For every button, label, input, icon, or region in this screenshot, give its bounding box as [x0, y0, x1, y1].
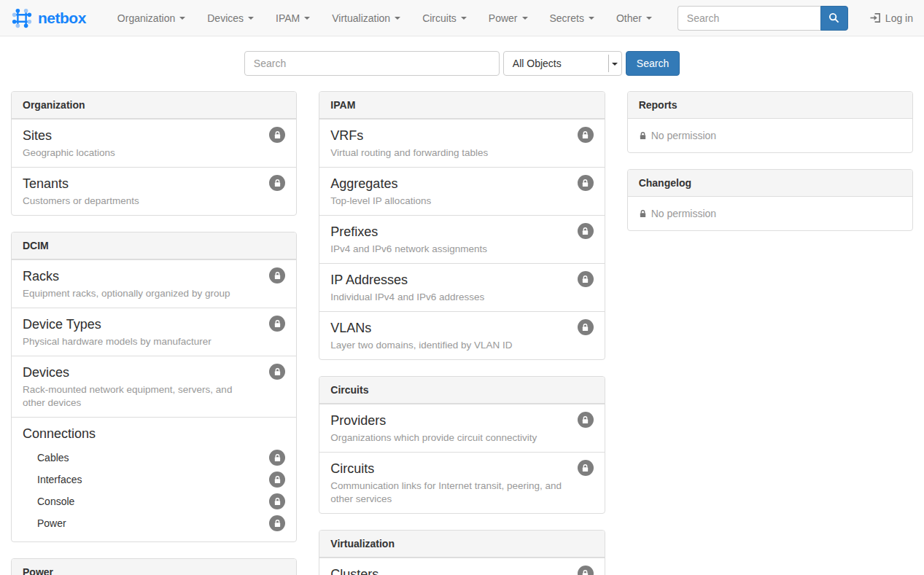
nav-menu-label: Devices	[207, 12, 244, 24]
item-description: Customers or departments	[23, 195, 285, 208]
select-divider	[608, 55, 609, 72]
column-3: ReportsNo permissionChangelogNo permissi…	[627, 91, 913, 575]
brand-name: netbox	[38, 9, 86, 27]
brand-link[interactable]: netbox	[11, 7, 86, 29]
login-link[interactable]: Log in	[870, 12, 913, 24]
item-title[interactable]: Providers	[330, 412, 593, 429]
item-tenants: TenantsCustomers or departments	[12, 167, 296, 215]
item-title[interactable]: Devices	[23, 364, 285, 381]
lock-icon	[639, 209, 647, 218]
panel-circuits: CircuitsProvidersOrganizations which pro…	[319, 376, 605, 514]
lock-icon	[639, 131, 647, 140]
main-content: OrganizationSitesGeographic locationsTen…	[0, 76, 924, 575]
nav-menu-label: IPAM	[276, 12, 300, 24]
item-title[interactable]: Device Types	[23, 316, 285, 333]
item-title[interactable]: Tenants	[23, 175, 285, 192]
caret-down-icon	[461, 17, 467, 20]
item-title[interactable]: Circuits	[330, 460, 593, 477]
nav-menu-circuits[interactable]: Circuits	[411, 0, 478, 36]
nav-menu-power[interactable]: Power	[478, 0, 539, 36]
item-title: Connections	[23, 425, 285, 442]
panel-changelog: ChangelogNo permission	[627, 169, 913, 231]
nav-menu-label: Virtualization	[332, 12, 390, 24]
item-title[interactable]: VRFs	[330, 127, 593, 144]
nav-menu-secrets[interactable]: Secrets	[539, 0, 605, 36]
navbar-menus: OrganizationDevicesIPAMVirtualizationCir…	[106, 0, 663, 36]
item-title[interactable]: Sites	[23, 127, 285, 144]
item-description: Geographic locations	[23, 146, 285, 160]
caret-down-icon	[395, 17, 400, 20]
nav-menu-label: Other	[616, 12, 642, 24]
hero-search-input[interactable]	[244, 51, 500, 76]
item-aggregates: AggregatesTop-level IP allocations	[319, 167, 604, 215]
panel-power: Power	[11, 558, 297, 575]
panel-reports: ReportsNo permission	[627, 91, 913, 153]
panel-title: Power	[12, 559, 296, 575]
panel-title: Reports	[628, 92, 912, 119]
navbar-search-input[interactable]	[678, 6, 820, 31]
search-icon	[828, 12, 839, 23]
object-type-selected: All Objects	[513, 58, 562, 69]
no-permission-label: No permission	[651, 130, 716, 141]
nav-menu-other[interactable]: Other	[605, 0, 663, 36]
sub-item-list: CablesInterfacesConsolePower	[37, 447, 285, 534]
item-sites: SitesGeographic locations	[12, 119, 296, 167]
panel-organization: OrganizationSitesGeographic locationsTen…	[11, 91, 297, 216]
item-description: Equipment racks, optionally organized by…	[23, 287, 285, 300]
nav-menu-virtualization[interactable]: Virtualization	[321, 0, 411, 36]
sub-item-label: Cables	[37, 452, 69, 463]
lock-icon	[578, 223, 594, 239]
lock-icon	[578, 319, 594, 335]
item-description: Organizations which provide circuit conn…	[330, 431, 593, 445]
no-permission-note: No permission	[628, 197, 912, 230]
caret-down-icon	[646, 17, 652, 20]
panel-title: DCIM	[12, 232, 296, 259]
item-description: Top-level IP allocations	[330, 195, 593, 208]
item-ip-addresses: IP AddressesIndividual IPv4 and IPv6 add…	[319, 263, 604, 311]
item-description: Rack-mounted network equipment, servers,…	[23, 383, 285, 410]
nav-menu-organization[interactable]: Organization	[106, 0, 196, 36]
nav-menu-label: Power	[489, 12, 518, 24]
lock-icon	[269, 493, 285, 509]
item-title[interactable]: Aggregates	[330, 175, 593, 192]
caret-down-icon	[304, 17, 310, 20]
sub-item-interfaces[interactable]: Interfaces	[37, 469, 285, 490]
item-vlans: VLANsLayer two domains, identified by VL…	[319, 311, 604, 359]
lock-icon	[578, 566, 594, 575]
nav-menu-label: Circuits	[422, 12, 457, 24]
item-connections: ConnectionsCablesInterfacesConsolePower	[12, 417, 296, 541]
sub-item-cables[interactable]: Cables	[37, 447, 285, 469]
caret-down-icon	[522, 17, 528, 20]
item-title[interactable]: VLANs	[330, 319, 593, 337]
hero-search-button[interactable]: Search	[626, 51, 680, 76]
item-title[interactable]: IP Addresses	[330, 271, 593, 289]
netbox-graph-icon	[11, 7, 33, 29]
lock-icon	[578, 271, 594, 287]
panel-dcim: DCIMRacksEquipment racks, optionally org…	[11, 232, 297, 542]
item-providers: ProvidersOrganizations which provide cir…	[319, 404, 604, 452]
no-permission-note: No permission	[628, 119, 912, 152]
lock-icon	[578, 460, 594, 476]
lock-icon	[578, 127, 594, 143]
panel-title: IPAM	[319, 92, 604, 119]
object-type-select[interactable]: All Objects	[503, 51, 622, 76]
item-circuits: CircuitsCommunication links for Internet…	[319, 452, 604, 513]
item-vrfs: VRFsVirtual routing and forwarding table…	[319, 119, 604, 167]
sub-item-power[interactable]: Power	[37, 512, 285, 534]
nav-menu-devices[interactable]: Devices	[196, 0, 265, 36]
caret-down-icon	[612, 63, 618, 66]
caret-down-icon	[179, 17, 185, 20]
panel-title: Circuits	[319, 377, 604, 404]
sub-item-console[interactable]: Console	[37, 490, 285, 512]
lock-icon	[578, 175, 594, 191]
sign-in-icon	[870, 12, 881, 23]
item-title[interactable]: Prefixes	[330, 223, 593, 240]
item-prefixes: PrefixesIPv4 and IPv6 network assignment…	[319, 215, 604, 263]
lock-icon	[269, 472, 285, 488]
navbar-search-button[interactable]	[820, 6, 848, 31]
item-title[interactable]: Clusters	[330, 566, 593, 575]
item-title[interactable]: Racks	[23, 267, 285, 285]
lock-icon	[269, 450, 285, 466]
nav-menu-ipam[interactable]: IPAM	[265, 0, 321, 36]
item-clusters: Clusters	[319, 558, 604, 575]
